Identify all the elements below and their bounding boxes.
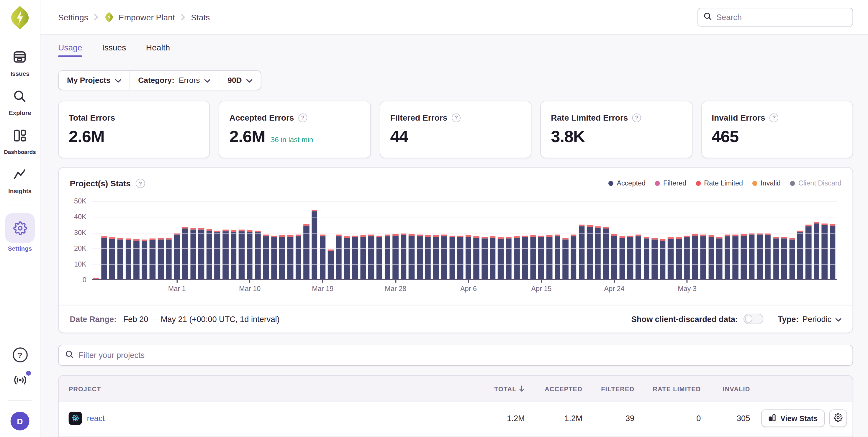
- chevron-down-icon: [115, 76, 121, 85]
- sidebar-item-insights[interactable]: Insights: [4, 163, 36, 194]
- gear-icon: [5, 213, 35, 243]
- chart-bar: [529, 201, 537, 279]
- column-header-project[interactable]: PROJECT: [69, 385, 464, 392]
- sidebar-nav: Issues Explore Dashboards Insights: [4, 46, 36, 203]
- column-header-rate_limited[interactable]: RATE LIMITED: [634, 385, 701, 392]
- chart-bar-stack: [668, 237, 674, 279]
- chart-bar-stack: [814, 222, 819, 279]
- project-settings-button[interactable]: [829, 409, 847, 427]
- chart-bar-stack: [295, 235, 301, 279]
- sort-desc-icon: [519, 385, 525, 393]
- x-axis-tick: [249, 280, 250, 282]
- column-header-filtered[interactable]: FILTERED: [582, 385, 634, 392]
- chart-bar-stack: [190, 228, 196, 279]
- chart-bar-stack: [781, 237, 787, 279]
- gridline: [92, 217, 837, 217]
- tab-issues[interactable]: Issues: [102, 35, 126, 59]
- chart-bar-stack: [320, 235, 326, 279]
- type-selector[interactable]: Type: Periodic: [778, 315, 841, 324]
- chart-bar: [262, 201, 270, 279]
- legend-item-filtered[interactable]: Filtered: [655, 179, 686, 187]
- sidebar-bottom: ? D: [8, 347, 32, 437]
- chart-bar-stack: [344, 236, 350, 279]
- chart-bar-stack: [109, 237, 115, 279]
- chart-bar-stack: [417, 235, 423, 279]
- question-circle-icon[interactable]: ?: [452, 113, 461, 122]
- chart-bar: [213, 201, 221, 279]
- chart-plot: [92, 201, 837, 280]
- chart-options: Show client-discarded data: Type: Period…: [631, 314, 841, 324]
- chart-bar-stack: [660, 239, 665, 279]
- column-header-accepted[interactable]: ACCEPTED: [525, 385, 582, 392]
- view-stats-button[interactable]: View Stats: [761, 409, 825, 427]
- x-axis-label: Mar 28: [385, 285, 406, 293]
- chart-bar-stack: [336, 235, 342, 279]
- chart-bar-stack: [312, 210, 317, 279]
- chart-bar-stack: [231, 230, 237, 279]
- chart-bar: [658, 201, 666, 279]
- chart-bar: [108, 201, 116, 279]
- chart-bar-stack: [530, 235, 536, 279]
- chart-bar-stack: [134, 239, 140, 279]
- legend-item-client-discard[interactable]: Client Discard: [790, 179, 841, 187]
- org-logo-icon: [104, 12, 114, 23]
- chart-bar: [561, 201, 569, 279]
- legend-item-rate-limited[interactable]: Rate Limited: [696, 179, 743, 187]
- chart-bar-stack: [676, 237, 682, 279]
- x-axis-label: Apr 15: [531, 285, 551, 293]
- chart-bar: [343, 201, 351, 279]
- question-circle-icon[interactable]: ?: [299, 113, 307, 122]
- chart-bar-stack: [749, 233, 755, 279]
- category-selector-value: Errors: [179, 76, 200, 85]
- chart-bar-stack: [603, 227, 609, 279]
- tab-usage[interactable]: Usage: [58, 35, 82, 59]
- chart-bar-stack: [125, 239, 131, 279]
- stat-card-title: Accepted Errors ?: [229, 113, 361, 122]
- legend-item-accepted[interactable]: Accepted: [608, 179, 646, 187]
- project-link[interactable]: react: [87, 414, 105, 423]
- sentry-logo[interactable]: [8, 5, 32, 33]
- sidebar-item-dashboards[interactable]: Dashboards: [4, 125, 36, 155]
- sidebar-item-issues[interactable]: Issues: [4, 46, 36, 77]
- chart-bar: [400, 201, 407, 279]
- chart-bar-stack: [433, 235, 439, 279]
- chart-bar: [667, 201, 675, 279]
- category-selector[interactable]: Category: Errors: [130, 71, 219, 90]
- chart-bar: [764, 201, 772, 279]
- chart-bar: [132, 201, 141, 279]
- chart-bar: [545, 201, 553, 279]
- project-selector[interactable]: My Projects: [59, 71, 130, 90]
- chart-bar: [772, 201, 780, 279]
- chart-bar: [222, 201, 229, 279]
- broadcast-button[interactable]: [12, 373, 27, 389]
- react-platform-icon: [69, 412, 82, 425]
- question-circle-icon[interactable]: ?: [136, 178, 145, 188]
- breadcrumb-org[interactable]: Empower Plant: [104, 12, 175, 23]
- table-row-react: react 1.2M 1.2M 39 0 305 View Stats: [59, 402, 852, 434]
- avatar[interactable]: D: [11, 412, 30, 431]
- period-selector[interactable]: 90D: [219, 71, 260, 90]
- column-header-invalid[interactable]: INVALID: [701, 385, 750, 392]
- sidebar-item-explore[interactable]: Explore: [4, 85, 36, 116]
- sidebar-item-settings[interactable]: Settings: [5, 213, 35, 251]
- chevron-down-icon: [204, 76, 210, 85]
- tab-health[interactable]: Health: [146, 35, 170, 59]
- help-icon[interactable]: ?: [12, 347, 27, 362]
- chart-bar: [246, 201, 254, 279]
- search-input[interactable]: [716, 13, 847, 22]
- column-header-total[interactable]: TOTAL: [464, 385, 525, 393]
- chart-bar-stack: [684, 236, 690, 279]
- chart-bar: [270, 201, 278, 279]
- chart-bar: [740, 201, 748, 279]
- client-discard-toggle[interactable]: [743, 314, 764, 324]
- cell-invalid: 305: [701, 414, 750, 423]
- breadcrumb-settings[interactable]: Settings: [58, 13, 88, 22]
- chart-bar-stack: [765, 234, 771, 279]
- x-axis-label: Mar 1: [168, 285, 186, 293]
- project-filter-input[interactable]: [79, 351, 846, 360]
- legend-item-invalid[interactable]: Invalid: [752, 179, 781, 187]
- chart-bar: [375, 201, 383, 279]
- question-circle-icon[interactable]: ?: [632, 113, 642, 122]
- chart-bar-stack: [724, 235, 731, 279]
- question-circle-icon[interactable]: ?: [770, 113, 779, 122]
